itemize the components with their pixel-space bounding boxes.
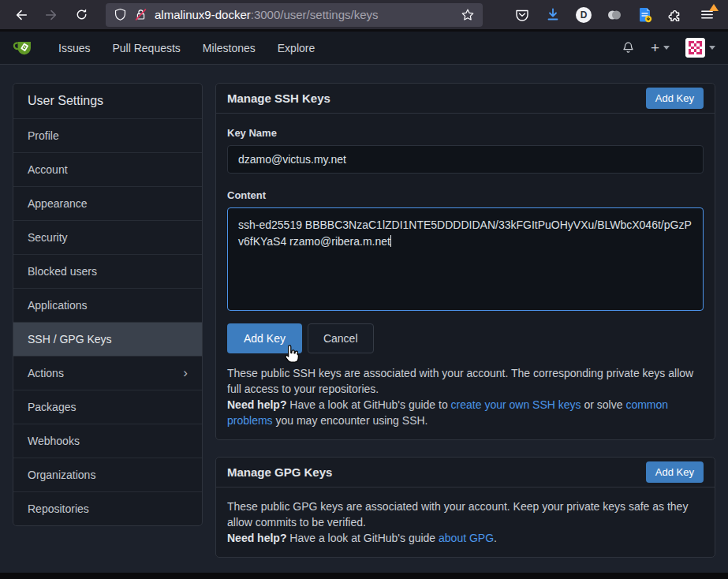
tracking-shield-icon[interactable]: [114, 8, 127, 21]
privacy-extension-icon[interactable]: [606, 6, 623, 24]
arrow-left-icon: [14, 8, 28, 22]
menu-button[interactable]: [698, 6, 715, 24]
create-ssh-keys-link[interactable]: create your own SSH keys: [451, 398, 581, 411]
settings-sidebar: User Settings Profile Account Appearance…: [13, 83, 203, 526]
nav-link-pull-requests[interactable]: Pull Requests: [101, 32, 191, 65]
about-gpg-link[interactable]: about GPG: [439, 532, 494, 544]
text-caret: [390, 235, 391, 247]
gpg-panel-title: Manage GPG Keys: [227, 465, 332, 479]
sidebar-item-appearance[interactable]: Appearance: [13, 187, 202, 221]
ssh-key-content-textarea[interactable]: ssh-ed25519 BBBBC3NzaC1lZDI1NTE5DDDDIDAN…: [227, 207, 704, 311]
manage-gpg-keys-panel: Manage GPG Keys Add Key These public GPG…: [215, 457, 715, 558]
ssh-add-key-header-button[interactable]: Add Key: [646, 88, 704, 109]
nav-link-explore[interactable]: Explore: [267, 32, 326, 65]
avatar: [685, 38, 705, 58]
sidebar-item-security[interactable]: Security: [13, 221, 202, 255]
ssh-key-content-text: ssh-ed25519 BBBBC3NzaC1lZDI1NTE5DDDDIDAN…: [238, 219, 692, 248]
translate-doc-extension-icon[interactable]: [637, 6, 654, 24]
url-bar[interactable]: almalinux9-docker:3000/user/settings/key…: [106, 3, 483, 27]
key-name-input[interactable]: [227, 145, 704, 174]
downloads-icon[interactable]: [544, 6, 562, 24]
nav-link-milestones[interactable]: Milestones: [192, 32, 267, 65]
ssh-panel-body: Key Name Content ssh-ed25519 BBBBC3NzaC1…: [216, 114, 715, 439]
reload-button[interactable]: [68, 3, 95, 27]
sidebar-item-blocked-users[interactable]: Blocked users: [13, 255, 202, 289]
chevron-down-icon: [663, 46, 670, 50]
browser-toolbar: almalinux9-docker:3000/user/settings/key…: [0, 0, 728, 32]
sidebar-item-repositories[interactable]: Repositories: [13, 492, 202, 525]
sidebar-title: User Settings: [13, 84, 202, 119]
navbar-right: +: [622, 38, 715, 58]
chevron-right-icon: ›: [183, 368, 188, 379]
bookmark-star-icon[interactable]: [461, 8, 475, 22]
pocket-icon[interactable]: [513, 6, 531, 24]
back-button[interactable]: [8, 3, 35, 27]
reload-icon: [75, 8, 88, 21]
sidebar-item-webhooks[interactable]: Webhooks: [13, 424, 202, 458]
ssh-form-buttons: Add Key Cancel: [227, 323, 704, 353]
notifications-button[interactable]: [622, 41, 635, 54]
gpg-help-text: These public GPG keys are associated wit…: [227, 499, 704, 546]
gitea-logo[interactable]: [13, 36, 36, 60]
key-name-label: Key Name: [227, 127, 704, 139]
toolbar-extensions-area: D: [513, 6, 720, 24]
add-key-submit-button[interactable]: Add Key: [227, 323, 302, 353]
sidebar-item-applications[interactable]: Applications: [13, 289, 202, 323]
bell-icon: [622, 41, 635, 54]
forward-button[interactable]: [38, 3, 65, 27]
settings-page: User Settings Profile Account Appearance…: [0, 65, 728, 558]
cancel-button[interactable]: Cancel: [308, 323, 374, 353]
gpg-need-help-label: Need help?: [227, 532, 286, 544]
gpg-panel-body: These public GPG keys are associated wit…: [216, 487, 715, 557]
sidebar-item-organizations[interactable]: Organizations: [13, 458, 202, 492]
main-content: Manage SSH Keys Add Key Key Name Content…: [215, 83, 715, 558]
nav-link-issues[interactable]: Issues: [47, 32, 101, 65]
gitea-navbar: Issues Pull Requests Milestones Explore …: [0, 32, 728, 65]
sidebar-item-account[interactable]: Account: [13, 153, 202, 187]
user-menu-button[interactable]: [685, 38, 715, 58]
sidebar-item-ssh-gpg-keys[interactable]: SSH / GPG Keys: [13, 323, 202, 357]
chevron-down-icon: [709, 46, 715, 50]
url-path: :3000/user/settings/keys: [251, 8, 379, 21]
sidebar-item-profile[interactable]: Profile: [13, 119, 202, 153]
url-host: almalinux9-docker: [155, 8, 251, 21]
gpg-panel-header: Manage GPG Keys Add Key: [216, 458, 715, 487]
svg-text:D: D: [581, 9, 588, 21]
insecure-lock-icon[interactable]: [134, 8, 147, 21]
manage-ssh-keys-panel: Manage SSH Keys Add Key Key Name Content…: [215, 83, 715, 440]
update-badge-icon: [709, 4, 719, 11]
ssh-help-text: These public SSH keys are associated wit…: [227, 365, 704, 428]
content-label: Content: [227, 189, 704, 201]
create-new-button[interactable]: +: [651, 40, 670, 55]
ssh-need-help-label: Need help?: [227, 398, 286, 411]
window-bottom-edge: [0, 573, 728, 579]
gpg-add-key-header-button[interactable]: Add Key: [646, 461, 704, 483]
arrow-right-icon: [44, 8, 58, 22]
duckduckgo-extension-icon[interactable]: D: [575, 6, 592, 24]
extensions-puzzle-icon[interactable]: [667, 6, 685, 24]
sidebar-item-packages[interactable]: Packages: [13, 390, 202, 424]
ssh-panel-header: Manage SSH Keys Add Key: [216, 84, 715, 114]
plus-icon: +: [651, 40, 659, 55]
sidebar-item-actions[interactable]: Actions ›: [13, 357, 202, 390]
ssh-panel-title: Manage SSH Keys: [227, 92, 330, 105]
url-text: almalinux9-docker:3000/user/settings/key…: [155, 8, 454, 21]
